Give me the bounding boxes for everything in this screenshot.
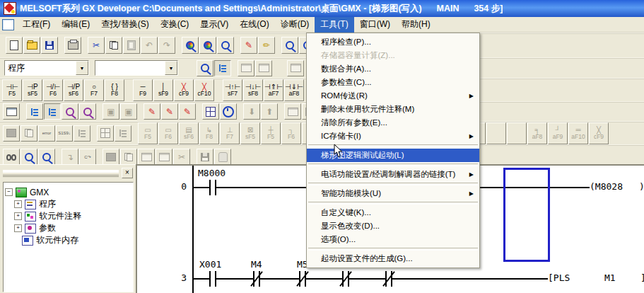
contact-m8000[interactable] bbox=[205, 180, 221, 195]
open-branch-button[interactable]: ⊣PsF5 bbox=[23, 79, 42, 101]
coil-button[interactable]: ○F7 bbox=[84, 79, 104, 101]
new-project-button[interactable] bbox=[6, 37, 23, 54]
menu-tools[interactable]: 工具(T) bbox=[315, 17, 353, 33]
tree-panel-close-button[interactable]: × bbox=[122, 168, 133, 178]
falling-pulse-branch-button[interactable]: ⊣⇓⊢aF8 bbox=[284, 79, 304, 101]
monitor-write-button[interactable]: ✎ bbox=[161, 103, 178, 120]
collapse-box-icon[interactable]: − bbox=[5, 188, 13, 196]
redo-button[interactable]: ↷ bbox=[158, 37, 175, 54]
copy-button[interactable] bbox=[105, 37, 122, 54]
note-display-button[interactable] bbox=[287, 60, 304, 76]
paste-button[interactable] bbox=[123, 37, 140, 54]
delete-horizontal-line-button[interactable]: ╳cF9 bbox=[174, 79, 194, 101]
find-next-button[interactable] bbox=[21, 149, 37, 166]
scroll-up-button[interactable]: ⬆ bbox=[261, 103, 278, 120]
tree-item-device-comment[interactable]: + 软元件注释 bbox=[5, 210, 131, 222]
tree-item-root[interactable]: − GMX bbox=[5, 186, 131, 198]
device-search-zoom-button[interactable] bbox=[281, 37, 298, 54]
string-find-button[interactable] bbox=[217, 37, 234, 54]
rung-tool-3-button[interactable]: ▤sF6 bbox=[179, 122, 199, 144]
menu-edit[interactable]: 编辑(E) bbox=[56, 17, 95, 33]
edit-tree-button[interactable] bbox=[44, 103, 61, 120]
contact-m4[interactable] bbox=[249, 271, 264, 287]
contact-x001[interactable] bbox=[205, 271, 221, 287]
monitor-stop-button[interactable]: ▣ bbox=[120, 103, 137, 120]
statement-display-button[interactable] bbox=[255, 60, 272, 76]
ladder-transfer-button[interactable] bbox=[3, 103, 20, 120]
print-button[interactable] bbox=[64, 37, 81, 54]
ladder-edit-button[interactable]: ✎ bbox=[240, 37, 257, 54]
find-replace-button[interactable] bbox=[182, 37, 199, 54]
combo2-dropdown-arrow-icon[interactable]: ▼ bbox=[165, 61, 177, 75]
read-mode-button[interactable]: ✎ bbox=[179, 103, 196, 120]
device-find-button[interactable] bbox=[199, 37, 216, 54]
find-previous-button[interactable] bbox=[38, 149, 55, 166]
menu-window[interactable]: 窗口(W) bbox=[354, 17, 396, 33]
verify-button[interactable] bbox=[21, 125, 37, 142]
pink-zoom-button[interactable] bbox=[62, 103, 78, 120]
rung-tool-8-button[interactable]: ┐F6 bbox=[281, 122, 301, 144]
rung-tool-hidden-button[interactable] bbox=[507, 122, 527, 144]
rung-tool-7-button[interactable]: ┼F5 bbox=[261, 122, 281, 144]
menu-item-intelligent-function[interactable]: 智能功能模块(U)▶ bbox=[307, 187, 479, 200]
rung-tool-af8-button[interactable]: ╕aF8 bbox=[527, 122, 547, 144]
menu-item-memory-capacity[interactable]: 存储器容量计算(Z)... bbox=[307, 49, 479, 62]
menu-item-options[interactable]: 选项(O)... bbox=[307, 233, 479, 246]
write-mode-button[interactable]: ✎ bbox=[144, 103, 160, 120]
contact-m11[interactable] bbox=[338, 271, 353, 287]
ladder-edit-star-button[interactable]: ✏ bbox=[258, 37, 275, 54]
rung-tool-1-button[interactable]: ▭F5 bbox=[138, 122, 158, 144]
menu-view[interactable]: 显示(V) bbox=[194, 17, 234, 33]
zoom-page-button[interactable] bbox=[197, 60, 213, 76]
menu-item-merge-data[interactable]: 数据合并(A)... bbox=[307, 62, 479, 76]
project-data-list-button[interactable] bbox=[214, 60, 231, 76]
menu-item-delete-unused-comments[interactable]: 删除未使用软元件注释(M) bbox=[307, 103, 479, 116]
menu-item-customize-keys[interactable]: 自定义键(K)... bbox=[307, 206, 479, 219]
block-insert-button[interactable] bbox=[138, 149, 155, 166]
monitor-start-button[interactable]: ▣ bbox=[103, 103, 119, 120]
rung-tool-af9-button[interactable]: ┘aF9 bbox=[548, 122, 568, 144]
cut-button[interactable]: ✂ bbox=[88, 37, 105, 54]
block-cut-button[interactable]: ✂ bbox=[173, 149, 190, 166]
rising-pulse-button[interactable]: ⊣↑⊢sF7 bbox=[223, 79, 242, 101]
menu-help[interactable]: 帮助(H) bbox=[396, 17, 436, 33]
rising-pulse-branch-button[interactable]: ⊣⇑⊢aF7 bbox=[264, 79, 283, 101]
comment-tree-button[interactable] bbox=[26, 103, 43, 120]
undo-button[interactable]: ↶ bbox=[141, 37, 158, 54]
rung-tool-af10-button[interactable]: ═aF10 bbox=[568, 122, 588, 144]
rung-tool-6-button[interactable]: ⊠sF5 bbox=[240, 122, 260, 144]
rung-tool-hidden-button[interactable] bbox=[486, 122, 506, 144]
menu-diagnostics[interactable]: 诊断(D) bbox=[275, 17, 315, 33]
error-jump-button[interactable]: error bbox=[38, 125, 55, 142]
vertical-line-button[interactable]: │sF9 bbox=[153, 79, 173, 101]
menu-item-clear-all-parameters[interactable]: 清除所有参数(E)... bbox=[307, 116, 479, 130]
menu-item-telephone-modem[interactable]: 电话功能设置/经调制解调器的链接(T)▶ bbox=[307, 168, 479, 181]
contact-m5[interactable] bbox=[295, 271, 310, 287]
comment-display-button[interactable] bbox=[238, 60, 254, 76]
horizontal-line-button[interactable]: ─F9 bbox=[133, 79, 153, 101]
step-run-button[interactable]: S1S9↓ bbox=[56, 125, 73, 142]
clock-monitor-button[interactable] bbox=[220, 103, 237, 120]
block-copy-button[interactable] bbox=[120, 149, 137, 166]
closed-branch-button[interactable]: ⊣/PsF6 bbox=[64, 79, 83, 101]
rung-tool-4-button[interactable]: ↳F8 bbox=[199, 122, 219, 144]
program-combo[interactable]: 程序 ▼ bbox=[4, 60, 89, 76]
mdi-child-icon[interactable] bbox=[2, 19, 14, 30]
tile-window-button[interactable] bbox=[284, 103, 301, 120]
menu-find-replace[interactable]: 查找/替换(S) bbox=[95, 17, 154, 33]
instruction-pls[interactable]: [PLS bbox=[548, 272, 570, 283]
combo-dropdown-arrow-icon[interactable]: ▼ bbox=[76, 61, 88, 75]
tree-item-device-memory[interactable]: 软元件内存 bbox=[5, 234, 131, 246]
rung-tool-2-button[interactable]: ▭F6 bbox=[158, 122, 178, 144]
closed-contact-button[interactable]: ⊣/⊢F6 bbox=[43, 79, 63, 101]
menu-item-change-display-color[interactable]: 显示色改变(D)... bbox=[307, 219, 479, 233]
open-contact-button[interactable]: ⊣⊢F5 bbox=[2, 79, 22, 101]
tree-item-parameter[interactable]: + 参数 bbox=[5, 222, 131, 234]
find-binoculars-button[interactable] bbox=[3, 149, 20, 166]
write-to-plc-button[interactable] bbox=[3, 125, 20, 142]
contact-m21[interactable] bbox=[381, 271, 397, 287]
expand-box-icon[interactable]: + bbox=[14, 212, 22, 220]
pink-zoom2-button[interactable] bbox=[79, 103, 96, 120]
menu-item-create-startup-file[interactable]: 起动设置文件的生成(G)... bbox=[307, 252, 479, 265]
menu-item-program-check[interactable]: 程序检查(P)... bbox=[307, 35, 479, 49]
